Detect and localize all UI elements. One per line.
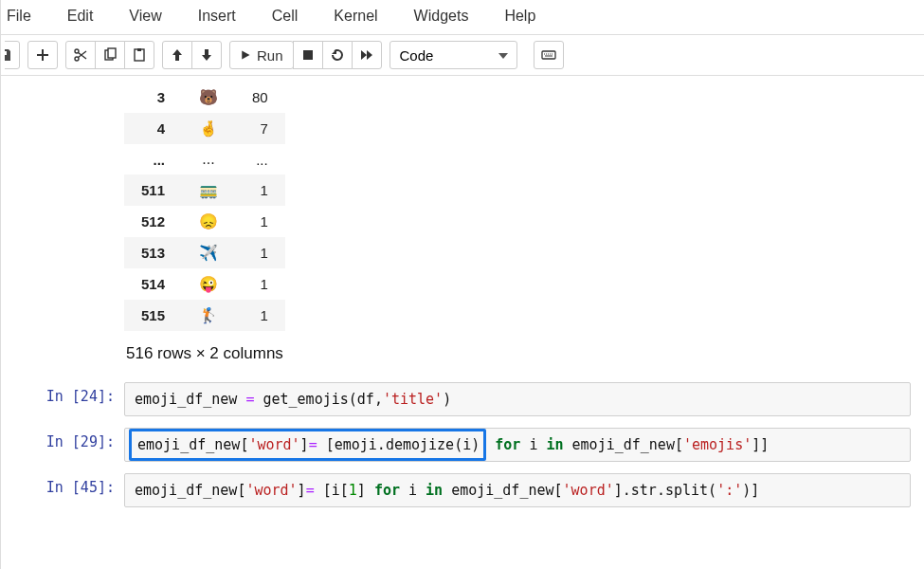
code-cell-24[interactable]: In [24]: emoji_df_new = get_emojis(df,'t… [1, 376, 924, 422]
move-up-button[interactable] [162, 41, 192, 69]
row-index: 514 [124, 268, 182, 300]
copy-button[interactable] [95, 41, 125, 69]
command-palette-button[interactable] [534, 41, 564, 69]
row-index: 513 [124, 237, 182, 268]
highlighted-expression: emoji_df_new['word']= [emoji.demojize(i) [129, 429, 486, 461]
menu-help[interactable]: Help [504, 8, 535, 25]
row-count: 1 [235, 300, 285, 331]
svg-point-0 [75, 57, 79, 61]
table-row: 512😞1 [124, 206, 285, 237]
row-emoji: 😜 [182, 268, 235, 300]
row-count: 1 [235, 206, 285, 237]
menu-kernel[interactable]: Kernel [334, 8, 377, 25]
svg-rect-7 [542, 51, 555, 59]
restart-button[interactable] [322, 41, 353, 69]
paste-icon [132, 47, 147, 63]
prompt-29: In [29]: [1, 428, 124, 462]
table-row: 511🚃1 [124, 174, 285, 206]
row-emoji: ✈️ [182, 237, 235, 268]
output-prompt [1, 82, 124, 371]
table-row: 515🏌️1 [124, 300, 285, 331]
table-row: 513✈️1 [124, 237, 285, 268]
copy-icon [102, 47, 118, 63]
row-emoji: 🚃 [182, 174, 235, 206]
scissors-icon [73, 47, 88, 63]
code-input-29[interactable]: emoji_df_new['word']= [emoji.demojize(i)… [124, 428, 911, 462]
row-count: 1 [235, 174, 285, 206]
menu-insert[interactable]: Insert [198, 8, 236, 25]
row-count: 1 [235, 237, 285, 268]
svg-rect-3 [108, 48, 116, 58]
move-down-button[interactable] [191, 41, 222, 69]
row-count: 7 [235, 113, 285, 144]
run-label: Run [257, 47, 283, 64]
menu-edit[interactable]: Edit [67, 8, 94, 25]
svg-rect-6 [303, 50, 313, 60]
row-emoji: 😞 [182, 206, 235, 237]
code-input-24[interactable]: emoji_df_new = get_emojis(df,'title') [124, 382, 911, 416]
table-row: ......... [124, 144, 285, 174]
row-count: ... [235, 144, 285, 174]
row-index: 515 [124, 300, 182, 331]
menu-cell[interactable]: Cell [272, 8, 299, 25]
plus-icon [35, 47, 50, 63]
output-cell-dataframe: 3🐻804🤞7.........511🚃1512😞1513✈️1514😜1515… [1, 76, 924, 376]
code-cell-29[interactable]: In [29]: emoji_df_new['word']= [emoji.de… [1, 422, 924, 468]
prompt-45: In [45]: [1, 473, 124, 507]
keyboard-icon [541, 47, 556, 63]
restart-run-all-button[interactable] [352, 41, 382, 69]
menu-widgets[interactable]: Widgets [414, 8, 469, 25]
cut-button[interactable] [65, 41, 96, 69]
row-emoji: ... [182, 144, 235, 174]
arrow-down-icon [199, 47, 214, 63]
row-emoji: 🤞 [182, 113, 235, 144]
celltype-select[interactable]: Code [390, 41, 517, 69]
row-count: 1 [235, 268, 285, 300]
svg-rect-5 [137, 48, 141, 51]
arrow-up-icon [170, 47, 185, 63]
restart-icon [330, 47, 345, 63]
table-row: 3🐻80 [124, 82, 285, 113]
notebook-area: 3🐻804🤞7.........511🚃1512😞1513✈️1514😜1515… [1, 76, 924, 513]
dataframe-table: 3🐻804🤞7.........511🚃1512😞1513✈️1514😜1515… [124, 82, 285, 331]
row-emoji: 🏌️ [182, 300, 235, 331]
save-icon [0, 47, 12, 63]
code-input-45[interactable]: emoji_df_new['word']= [i[1] for i in emo… [124, 473, 911, 507]
interrupt-button[interactable] [293, 41, 323, 69]
dataframe-caption: 516 rows × 2 columns [124, 331, 924, 371]
row-emoji: 🐻 [182, 82, 235, 113]
table-row: 4🤞7 [124, 113, 285, 144]
menubar: File Edit View Insert Cell Kernel Widget… [1, 0, 924, 35]
toolbar: Run Code [1, 35, 924, 76]
row-index: 3 [124, 82, 182, 113]
fast-forward-icon [359, 47, 374, 63]
add-cell-button[interactable] [27, 41, 58, 69]
paste-button[interactable] [124, 41, 154, 69]
row-index: ... [124, 144, 182, 174]
row-index: 512 [124, 206, 182, 237]
svg-point-1 [75, 49, 79, 53]
save-button[interactable] [0, 41, 20, 69]
row-count: 80 [235, 82, 285, 113]
prompt-24: In [24]: [1, 382, 124, 416]
row-index: 511 [124, 174, 182, 206]
menu-view[interactable]: View [129, 8, 161, 25]
table-row: 514😜1 [124, 268, 285, 300]
code-cell-45[interactable]: In [45]: emoji_df_new['word']= [i[1] for… [1, 468, 924, 513]
row-index: 4 [124, 113, 182, 144]
stop-icon [300, 47, 316, 63]
run-button[interactable]: Run [229, 41, 294, 69]
menu-file[interactable]: File [7, 8, 31, 25]
play-icon [240, 49, 251, 61]
